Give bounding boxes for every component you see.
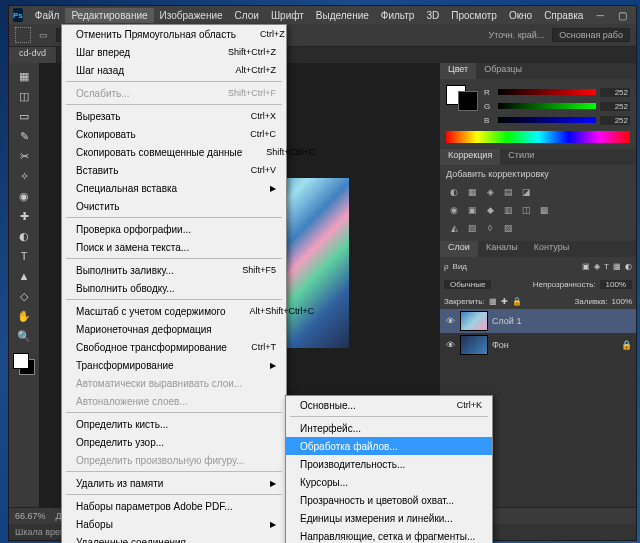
tab-channels[interactable]: Каналы <box>478 241 526 257</box>
menu-item: Определить произвольную фигуру... <box>62 451 286 469</box>
b-value[interactable]: 252 <box>600 116 630 125</box>
tool-button[interactable]: ▦ <box>14 67 34 85</box>
tool-button[interactable]: ◫ <box>14 87 34 105</box>
menu-item[interactable]: Удалить из памяти▶ <box>62 474 286 492</box>
fill-value[interactable]: 100% <box>612 297 632 306</box>
feather-icon[interactable]: ▭ <box>39 30 48 40</box>
menu-фильтр[interactable]: Фильтр <box>375 8 421 23</box>
menu-окно[interactable]: Окно <box>503 8 538 23</box>
hue-strip[interactable] <box>446 131 630 143</box>
marquee-tool-icon <box>15 27 31 43</box>
menu-item[interactable]: ВставитьCtrl+V <box>62 161 286 179</box>
menu-item[interactable]: Масштаб с учетом содержимогоAlt+Shift+Ct… <box>62 302 286 320</box>
menu-слои[interactable]: Слои <box>229 8 265 23</box>
zoom-value[interactable]: 66.67% <box>15 511 46 521</box>
close-button[interactable]: ✕ <box>633 8 640 22</box>
visibility-icon[interactable]: 👁 <box>444 316 456 326</box>
menu-редактирование[interactable]: Редактирование <box>65 8 153 23</box>
menu-item[interactable]: Интерфейс... <box>286 419 492 437</box>
menu-item[interactable]: Проверка орфографии... <box>62 220 286 238</box>
menu-item[interactable]: СкопироватьCtrl+C <box>62 125 286 143</box>
tool-button[interactable]: ◉ <box>14 187 34 205</box>
menu-шрифт[interactable]: Шрифт <box>265 8 310 23</box>
r-slider[interactable] <box>498 89 596 95</box>
layer-name[interactable]: Слой 1 <box>492 316 521 326</box>
refine-edge-button[interactable]: Уточн. край... <box>489 30 545 40</box>
menu-справка[interactable]: Справка <box>538 8 589 23</box>
fg-bg-swatch[interactable] <box>446 85 478 123</box>
tab-color[interactable]: Цвет <box>440 63 476 79</box>
document-tab[interactable]: cd-dvd <box>9 47 57 63</box>
visibility-icon[interactable]: 👁 <box>444 340 456 350</box>
menu-item[interactable]: Марионеточная деформация <box>62 320 286 338</box>
fg-bg-colors[interactable] <box>13 353 35 375</box>
menu-item[interactable]: Направляющие, сетка и фрагменты... <box>286 527 492 543</box>
layer-name[interactable]: Фон <box>492 340 509 350</box>
minimize-button[interactable]: ─ <box>589 8 611 22</box>
lock-pixels-icon[interactable]: ▦ <box>489 297 497 306</box>
kind-filter-icon[interactable]: ρ <box>444 262 449 271</box>
kind-label: Вид <box>453 262 467 271</box>
tab-paths[interactable]: Контуры <box>526 241 577 257</box>
menu-item[interactable]: Специальная вставка▶ <box>62 179 286 197</box>
lock-position-icon[interactable]: ✚ <box>501 297 508 306</box>
menu-item[interactable]: Скопировать совмещенные данныеShift+Ctrl… <box>62 143 286 161</box>
menu-item[interactable]: Определить узор... <box>62 433 286 451</box>
menu-выделение[interactable]: Выделение <box>310 8 375 23</box>
menu-item[interactable]: Трансформирование▶ <box>62 356 286 374</box>
menu-item[interactable]: Курсоры... <box>286 473 492 491</box>
tool-button[interactable]: ✧ <box>14 167 34 185</box>
menu-item[interactable]: Поиск и замена текста... <box>62 238 286 256</box>
menu-item[interactable]: Выполнить обводку... <box>62 279 286 297</box>
menu-3d[interactable]: 3D <box>420 8 445 23</box>
lock-all-icon[interactable]: 🔒 <box>512 297 522 306</box>
menu-файл[interactable]: Файл <box>29 8 66 23</box>
menu-item[interactable]: Прозрачность и цветовой охват... <box>286 491 492 509</box>
tool-button[interactable]: ◐ <box>14 227 34 245</box>
menu-item[interactable]: Основные...Ctrl+K <box>286 396 492 414</box>
menu-просмотр[interactable]: Просмотр <box>445 8 503 23</box>
tool-button[interactable]: 🔍 <box>14 327 34 345</box>
g-value[interactable]: 252 <box>600 102 630 111</box>
tab-styles[interactable]: Стили <box>500 149 542 165</box>
maximize-button[interactable]: ▢ <box>611 8 633 22</box>
g-slider[interactable] <box>498 103 596 109</box>
layer-thumb <box>460 335 488 355</box>
g-label: G <box>484 102 494 111</box>
menu-item[interactable]: Определить кисть... <box>62 415 286 433</box>
tab-swatches[interactable]: Образцы <box>476 63 530 79</box>
menu-item[interactable]: Отменить Прямоугольная областьCtrl+Z <box>62 25 286 43</box>
menu-изображение[interactable]: Изображение <box>154 8 229 23</box>
menu-item[interactable]: ВырезатьCtrl+X <box>62 107 286 125</box>
tool-button[interactable]: ▲ <box>14 267 34 285</box>
tab-layers[interactable]: Слои <box>440 241 478 257</box>
tool-button[interactable]: ✋ <box>14 307 34 325</box>
b-label: B <box>484 116 494 125</box>
menu-item[interactable]: Шаг назадAlt+Ctrl+Z <box>62 61 286 79</box>
menu-item[interactable]: Производительность... <box>286 455 492 473</box>
menu-item[interactable]: Удаленные соединения... <box>62 533 286 543</box>
tool-button[interactable]: T <box>14 247 34 265</box>
blend-select[interactable]: Обычные <box>444 280 491 289</box>
menu-item[interactable]: Наборы▶ <box>62 515 286 533</box>
menu-item[interactable]: Свободное трансформированиеCtrl+T <box>62 338 286 356</box>
tab-adjustments[interactable]: Коррекция <box>440 149 500 165</box>
tool-button[interactable]: ✎ <box>14 127 34 145</box>
tool-button[interactable]: ◇ <box>14 287 34 305</box>
fill-label: Заливка: <box>575 297 608 306</box>
workspace-select[interactable]: Основная рабо <box>552 28 630 42</box>
menu-item[interactable]: Очистить <box>62 197 286 215</box>
b-slider[interactable] <box>498 117 596 123</box>
layer-row[interactable]: 👁 Фон 🔒 <box>440 333 636 357</box>
menu-item[interactable]: Обработка файлов... <box>286 437 492 455</box>
opacity-value[interactable]: 100% <box>600 280 632 289</box>
tool-button[interactable]: ▭ <box>14 107 34 125</box>
tool-button[interactable]: ✚ <box>14 207 34 225</box>
menu-item[interactable]: Выполнить заливку...Shift+F5 <box>62 261 286 279</box>
menu-item[interactable]: Наборы параметров Adobe PDF... <box>62 497 286 515</box>
r-value[interactable]: 252 <box>600 88 630 97</box>
tool-button[interactable]: ✂ <box>14 147 34 165</box>
menu-item[interactable]: Единицы измерения и линейки... <box>286 509 492 527</box>
layer-row[interactable]: 👁 Слой 1 <box>440 309 636 333</box>
menu-item[interactable]: Шаг впередShift+Ctrl+Z <box>62 43 286 61</box>
